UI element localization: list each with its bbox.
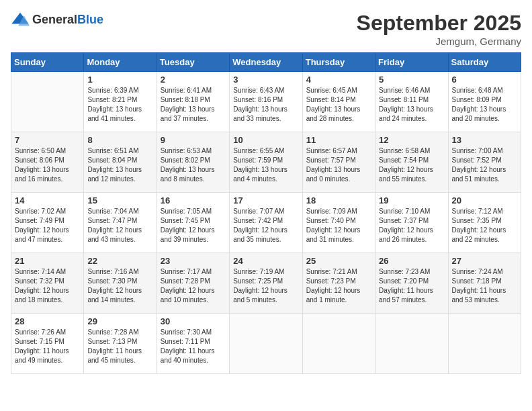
day-info: Sunrise: 6:39 AM Sunset: 8:21 PM Dayligh… xyxy=(87,86,152,124)
calendar-cell: 24Sunrise: 7:19 AM Sunset: 7:25 PM Dayli… xyxy=(230,253,302,314)
day-number: 7 xyxy=(15,135,80,145)
day-info: Sunrise: 7:14 AM Sunset: 7:32 PM Dayligh… xyxy=(15,267,80,305)
calendar-cell xyxy=(230,314,302,374)
calendar-cell: 28Sunrise: 7:26 AM Sunset: 7:15 PM Dayli… xyxy=(11,314,84,374)
month-title: September 2025 xyxy=(357,11,521,36)
day-number: 13 xyxy=(452,135,517,145)
day-number: 23 xyxy=(161,256,226,266)
day-info: Sunrise: 7:19 AM Sunset: 7:25 PM Dayligh… xyxy=(233,267,298,305)
calendar-cell: 18Sunrise: 7:09 AM Sunset: 7:40 PM Dayli… xyxy=(302,193,375,253)
calendar-week-row: 14Sunrise: 7:02 AM Sunset: 7:49 PM Dayli… xyxy=(11,193,521,253)
day-number: 15 xyxy=(87,195,152,205)
calendar-cell: 6Sunrise: 6:48 AM Sunset: 8:09 PM Daylig… xyxy=(448,72,521,132)
calendar-cell: 8Sunrise: 6:51 AM Sunset: 8:04 PM Daylig… xyxy=(84,132,157,193)
logo-icon xyxy=(11,11,30,30)
calendar-cell: 4Sunrise: 6:45 AM Sunset: 8:14 PM Daylig… xyxy=(302,72,375,132)
day-number: 27 xyxy=(452,256,517,266)
day-number: 2 xyxy=(161,75,226,85)
calendar-cell: 14Sunrise: 7:02 AM Sunset: 7:49 PM Dayli… xyxy=(11,193,84,253)
calendar-cell: 19Sunrise: 7:10 AM Sunset: 7:37 PM Dayli… xyxy=(375,193,448,253)
weekday-header: Friday xyxy=(375,53,448,72)
calendar-cell: 27Sunrise: 7:24 AM Sunset: 7:18 PM Dayli… xyxy=(448,253,521,314)
weekday-header: Thursday xyxy=(302,53,375,72)
day-info: Sunrise: 6:53 AM Sunset: 8:02 PM Dayligh… xyxy=(161,146,226,184)
weekday-header: Tuesday xyxy=(157,53,229,72)
calendar-cell: 10Sunrise: 6:55 AM Sunset: 7:59 PM Dayli… xyxy=(230,132,302,193)
calendar-cell: 17Sunrise: 7:07 AM Sunset: 7:42 PM Dayli… xyxy=(230,193,302,253)
day-number: 5 xyxy=(379,75,444,85)
calendar-week-row: 28Sunrise: 7:26 AM Sunset: 7:15 PM Dayli… xyxy=(11,314,521,374)
calendar-cell: 3Sunrise: 6:43 AM Sunset: 8:16 PM Daylig… xyxy=(230,72,302,132)
day-info: Sunrise: 7:02 AM Sunset: 7:49 PM Dayligh… xyxy=(15,207,80,244)
day-number: 21 xyxy=(15,256,80,266)
calendar-cell: 21Sunrise: 7:14 AM Sunset: 7:32 PM Dayli… xyxy=(11,253,84,314)
day-info: Sunrise: 6:55 AM Sunset: 7:59 PM Dayligh… xyxy=(233,146,298,184)
day-number: 22 xyxy=(87,256,152,266)
weekday-header-row: SundayMondayTuesdayWednesdayThursdayFrid… xyxy=(11,53,521,72)
calendar-cell: 12Sunrise: 6:58 AM Sunset: 7:54 PM Dayli… xyxy=(375,132,448,193)
day-number: 11 xyxy=(306,135,371,145)
day-info: Sunrise: 6:41 AM Sunset: 8:18 PM Dayligh… xyxy=(161,86,226,124)
day-number: 6 xyxy=(452,75,517,85)
day-info: Sunrise: 6:57 AM Sunset: 7:57 PM Dayligh… xyxy=(306,146,371,184)
header: GeneralBlue September 2025 Jemgum, Germa… xyxy=(11,11,521,47)
calendar-week-row: 7Sunrise: 6:50 AM Sunset: 8:06 PM Daylig… xyxy=(11,132,521,193)
day-number: 1 xyxy=(87,75,152,85)
logo: GeneralBlue xyxy=(11,11,103,30)
day-info: Sunrise: 6:48 AM Sunset: 8:09 PM Dayligh… xyxy=(452,86,517,124)
calendar-cell: 23Sunrise: 7:17 AM Sunset: 7:28 PM Dayli… xyxy=(157,253,229,314)
day-number: 20 xyxy=(452,195,517,205)
day-number: 16 xyxy=(161,195,226,205)
weekday-header: Wednesday xyxy=(230,53,302,72)
day-info: Sunrise: 7:24 AM Sunset: 7:18 PM Dayligh… xyxy=(452,267,517,305)
day-info: Sunrise: 7:21 AM Sunset: 7:23 PM Dayligh… xyxy=(306,267,371,305)
calendar-cell: 16Sunrise: 7:05 AM Sunset: 7:45 PM Dayli… xyxy=(157,193,229,253)
day-number: 12 xyxy=(379,135,444,145)
day-number: 9 xyxy=(161,135,226,145)
weekday-header: Sunday xyxy=(11,53,84,72)
day-info: Sunrise: 7:28 AM Sunset: 7:13 PM Dayligh… xyxy=(87,328,152,365)
day-number: 26 xyxy=(379,256,444,266)
calendar-cell: 11Sunrise: 6:57 AM Sunset: 7:57 PM Dayli… xyxy=(302,132,375,193)
day-number: 8 xyxy=(87,135,152,145)
day-number: 30 xyxy=(161,316,226,326)
calendar-cell: 5Sunrise: 6:46 AM Sunset: 8:11 PM Daylig… xyxy=(375,72,448,132)
calendar-cell: 9Sunrise: 6:53 AM Sunset: 8:02 PM Daylig… xyxy=(157,132,229,193)
weekday-header: Saturday xyxy=(448,53,521,72)
calendar-cell xyxy=(448,314,521,374)
day-number: 25 xyxy=(306,256,371,266)
day-number: 17 xyxy=(233,195,298,205)
day-info: Sunrise: 6:58 AM Sunset: 7:54 PM Dayligh… xyxy=(379,146,444,184)
calendar-cell: 26Sunrise: 7:23 AM Sunset: 7:20 PM Dayli… xyxy=(375,253,448,314)
day-info: Sunrise: 7:17 AM Sunset: 7:28 PM Dayligh… xyxy=(161,267,226,305)
day-number: 18 xyxy=(306,195,371,205)
day-number: 14 xyxy=(15,195,80,205)
day-number: 24 xyxy=(233,256,298,266)
calendar-cell: 29Sunrise: 7:28 AM Sunset: 7:13 PM Dayli… xyxy=(84,314,157,374)
calendar-table: SundayMondayTuesdayWednesdayThursdayFrid… xyxy=(11,52,521,374)
day-info: Sunrise: 7:07 AM Sunset: 7:42 PM Dayligh… xyxy=(233,207,298,244)
calendar-cell xyxy=(375,314,448,374)
day-number: 3 xyxy=(233,75,298,85)
calendar-week-row: 21Sunrise: 7:14 AM Sunset: 7:32 PM Dayli… xyxy=(11,253,521,314)
calendar-cell: 2Sunrise: 6:41 AM Sunset: 8:18 PM Daylig… xyxy=(157,72,229,132)
day-info: Sunrise: 6:46 AM Sunset: 8:11 PM Dayligh… xyxy=(379,86,444,124)
day-number: 19 xyxy=(379,195,444,205)
day-number: 4 xyxy=(306,75,371,85)
calendar-cell: 1Sunrise: 6:39 AM Sunset: 8:21 PM Daylig… xyxy=(84,72,157,132)
calendar-week-row: 1Sunrise: 6:39 AM Sunset: 8:21 PM Daylig… xyxy=(11,72,521,132)
day-info: Sunrise: 6:45 AM Sunset: 8:14 PM Dayligh… xyxy=(306,86,371,124)
day-info: Sunrise: 7:05 AM Sunset: 7:45 PM Dayligh… xyxy=(161,207,226,244)
calendar-cell: 20Sunrise: 7:12 AM Sunset: 7:35 PM Dayli… xyxy=(448,193,521,253)
weekday-header: Monday xyxy=(84,53,157,72)
day-info: Sunrise: 7:04 AM Sunset: 7:47 PM Dayligh… xyxy=(87,207,152,244)
day-info: Sunrise: 7:00 AM Sunset: 7:52 PM Dayligh… xyxy=(452,146,517,184)
day-info: Sunrise: 7:16 AM Sunset: 7:30 PM Dayligh… xyxy=(87,267,152,305)
day-number: 29 xyxy=(87,316,152,326)
day-info: Sunrise: 6:43 AM Sunset: 8:16 PM Dayligh… xyxy=(233,86,298,124)
day-number: 28 xyxy=(15,316,80,326)
day-info: Sunrise: 7:12 AM Sunset: 7:35 PM Dayligh… xyxy=(452,207,517,244)
day-info: Sunrise: 7:10 AM Sunset: 7:37 PM Dayligh… xyxy=(379,207,444,244)
calendar-cell: 30Sunrise: 7:30 AM Sunset: 7:11 PM Dayli… xyxy=(157,314,229,374)
day-info: Sunrise: 7:30 AM Sunset: 7:11 PM Dayligh… xyxy=(161,328,226,365)
